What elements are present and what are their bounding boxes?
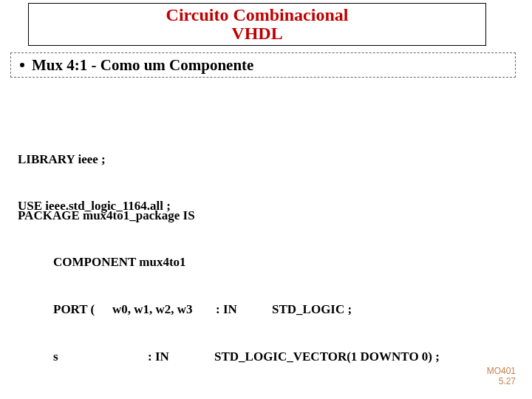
code-token: w0, w1, w2, w3 [112, 301, 216, 317]
code-token: PORT ( [18, 301, 112, 317]
code-token: : IN [216, 301, 272, 317]
code-token: f [18, 396, 148, 400]
title-line-1: Circuito Combinacional [29, 6, 485, 24]
code-line: COMPONENT mux4to1 [18, 254, 440, 270]
slide-footer: MO401 5.27 [487, 366, 516, 387]
code-line: PORT ( w0, w1, w2, w3 : IN STD_LOGIC ; [18, 301, 440, 317]
bullet-icon [20, 63, 24, 67]
subtitle-text: Mux 4:1 - Como um Componente [32, 56, 253, 74]
subtitle-container: Mux 4:1 - Como um Componente [10, 52, 516, 78]
code-token: STD_LOGIC_VECTOR(1 DOWNTO 0) ; [214, 349, 440, 364]
title-line-2: VHDL [29, 24, 485, 43]
footer-page: 5.27 [487, 377, 516, 387]
code-token: STD_LOGIC ) ; [214, 396, 301, 400]
footer-course: MO401 [487, 366, 516, 377]
code-line: LIBRARY ieee ; [18, 151, 171, 167]
code-line: PACKAGE mux4to1_package IS [18, 208, 440, 223]
code-line: s : IN STD_LOGIC_VECTOR(1 DOWNTO 0) ; [18, 349, 440, 364]
title-container: Circuito Combinacional VHDL [28, 3, 486, 46]
code-token: s [18, 349, 148, 364]
subtitle-bullet: Mux 4:1 - Como um Componente [20, 56, 253, 75]
code-token: STD_LOGIC ; [272, 301, 352, 317]
code-package-block: PACKAGE mux4to1_package IS COMPONENT mux… [18, 176, 440, 399]
code-token: : IN [148, 349, 214, 364]
code-line: f : OUT STD_LOGIC ) ; [18, 396, 440, 400]
code-token: : OUT [148, 396, 214, 400]
